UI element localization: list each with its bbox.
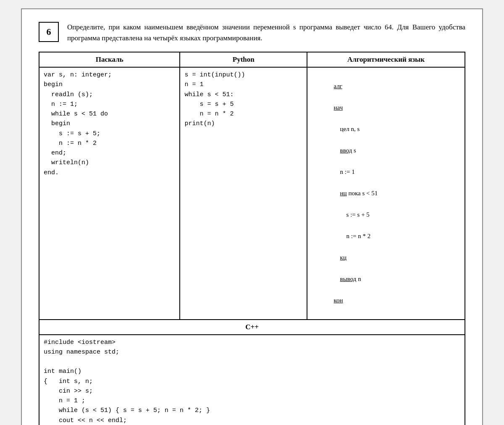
header-pascal: Паскаль — [39, 52, 180, 67]
alg-line-9: кц — [334, 254, 346, 261]
alg-line-10: вывод n — [334, 275, 361, 282]
code-row: var s, n: integer; begin readln (s); n :… — [39, 67, 465, 320]
page: 6 Определите, при каком наименьшем введё… — [21, 8, 483, 425]
header-alg: Алгоритмический язык — [307, 52, 465, 67]
bottom-table: C++ #include <iostream> using namespace … — [39, 320, 465, 425]
alg-line-4: ввод s — [334, 147, 356, 154]
alg-line-2: нач — [334, 104, 343, 111]
question-header: 6 Определите, при каком наименьшем введё… — [39, 22, 465, 43]
python-code-cell: s = int(input()) n = 1 while s < 51: s =… — [180, 67, 307, 320]
pascal-code-cell: var s, n: integer; begin readln (s); n :… — [39, 67, 180, 320]
alg-code: алг нач цел n, s ввод s n := 1 нц пока s… — [312, 70, 460, 317]
cpp-header-row: C++ — [39, 320, 465, 335]
question-number: 6 — [39, 22, 59, 42]
cpp-code-row: #include <iostream> using namespace std;… — [39, 335, 465, 425]
question-text: Определите, при каком наименьшем введённ… — [67, 22, 465, 43]
alg-line-6: нц пока s < 51 — [334, 190, 378, 197]
python-code: s = int(input()) n = 1 while s < 51: s =… — [184, 70, 302, 129]
alg-line-8: n := n * 2 — [334, 233, 371, 239]
pascal-code: var s, n: integer; begin readln (s); n :… — [44, 70, 175, 178]
tables-wrapper: Паскаль Python Алгоритмический язык var … — [39, 52, 465, 425]
alg-code-cell: алг нач цел n, s ввод s n := 1 нц пока s… — [307, 67, 465, 320]
header-python: Python — [180, 52, 307, 67]
alg-line-11: кон — [334, 297, 343, 304]
alg-line-1: алг — [334, 83, 342, 89]
cpp-code-cell: #include <iostream> using namespace std;… — [39, 335, 465, 425]
header-row: Паскаль Python Алгоритмический язык — [39, 52, 465, 67]
cpp-code: #include <iostream> using namespace std;… — [44, 338, 460, 425]
alg-line-3: цел n, s — [334, 126, 360, 132]
top-table: Паскаль Python Алгоритмический язык var … — [39, 52, 465, 320]
alg-line-7: s := s + 5 — [334, 211, 370, 218]
alg-line-5: n := 1 — [334, 168, 355, 175]
header-cpp: C++ — [39, 320, 465, 335]
